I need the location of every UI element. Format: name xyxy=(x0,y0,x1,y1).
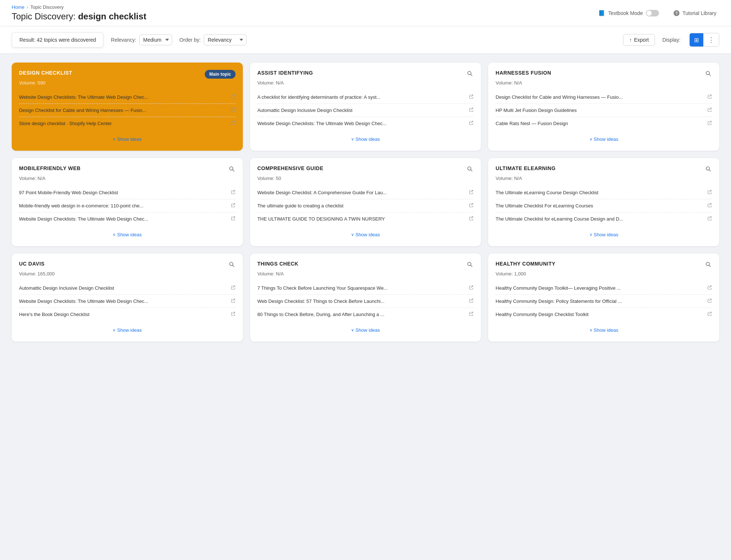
card-item[interactable]: Website Design Checklist: A Comprehensiv… xyxy=(257,186,474,199)
tutorial-library-button[interactable]: ? Tutorial Library xyxy=(671,9,719,18)
card-item[interactable]: 80 Things to Check Before, During, and A… xyxy=(257,308,474,321)
order-label: Order by: xyxy=(180,37,201,43)
card-item-text: Cable Rats Nest — Fusion Design xyxy=(496,121,705,126)
card-item-link-icon[interactable] xyxy=(469,190,474,195)
card-volume-uc-davis: Volume: 165,000 xyxy=(19,271,235,277)
card-item-text: The Ultimate eLearning Course Design Che… xyxy=(496,190,705,195)
card-item[interactable]: The Ultimate eLearning Course Design Che… xyxy=(496,186,712,199)
card-item-link-icon[interactable] xyxy=(231,190,235,195)
card-item-text: 7 Things To Check Before Launching Your … xyxy=(257,285,467,291)
card-item[interactable]: Mobile-friendly web design in e-commerce… xyxy=(19,199,235,213)
card-item[interactable]: 97 Point Mobile-Friendly Web Design Chec… xyxy=(19,186,235,199)
card-item-link-icon[interactable] xyxy=(469,216,474,222)
card-item-link-icon[interactable] xyxy=(708,121,712,126)
card-item[interactable]: 7 Things To Check Before Launching Your … xyxy=(257,282,474,295)
card-item[interactable]: The ultimate guide to creating a checkli… xyxy=(257,199,474,213)
card-item[interactable]: Here's the Book Design Checklist xyxy=(19,308,235,321)
card-search-button-ultimate-elearning[interactable] xyxy=(705,165,712,174)
card-search-button-harnesses-fusion[interactable] xyxy=(705,70,712,79)
card-item-link-icon[interactable] xyxy=(469,285,474,291)
card-item-text: 97 Point Mobile-Friendly Web Design Chec… xyxy=(19,190,228,195)
card-title-things-check: THINGS CHECK xyxy=(257,261,299,267)
card-item-link-icon[interactable] xyxy=(708,190,712,195)
card-items-uc-davis: Automattic Design Inclusive Design Check… xyxy=(19,282,235,321)
card-item[interactable]: Website Design Checklists: The Ultimate … xyxy=(19,213,235,225)
card-item-text: The ultimate guide to creating a checkli… xyxy=(257,203,467,208)
show-ideas-button-healthy-community[interactable]: ∨ Show ideas xyxy=(589,326,618,334)
card-item[interactable]: A checklist for identifying determinants… xyxy=(257,91,474,104)
show-ideas-button-uc-davis[interactable]: ∨ Show ideas xyxy=(113,326,142,334)
show-ideas-button-ultimate-elearning[interactable]: ∨ Show ideas xyxy=(589,230,618,239)
textbook-mode-label: Textbook Mode xyxy=(608,10,643,16)
card-item[interactable]: HP Multi Jet Fusion Design Guidelines xyxy=(496,104,712,117)
card-item-link-icon[interactable] xyxy=(231,108,235,113)
show-ideas-button-comprehensive-guide[interactable]: ∨ Show ideas xyxy=(351,230,380,239)
show-ideas-button-assist-identifying[interactable]: ∨ Show ideas xyxy=(351,135,380,143)
card-search-button-assist-identifying[interactable] xyxy=(466,70,474,79)
card-item[interactable]: Automattic Design Inclusive Design Check… xyxy=(257,104,474,117)
card-item-link-icon[interactable] xyxy=(708,216,712,222)
card-item-link-icon[interactable] xyxy=(708,285,712,291)
card-item-text: Healthy Community Design Checklist Toolk… xyxy=(496,312,705,317)
order-select[interactable]: Relevancy Volume Alphabetical xyxy=(204,34,246,45)
card-item-link-icon[interactable] xyxy=(469,312,474,317)
card-item-link-icon[interactable] xyxy=(469,108,474,113)
card-item-link-icon[interactable] xyxy=(231,298,235,304)
hierarchy-view-button[interactable]: ⋮ xyxy=(704,33,719,46)
show-ideas-button-harnesses-fusion[interactable]: ∨ Show ideas xyxy=(589,135,618,143)
card-item[interactable]: Website Design Checklists: The Ultimate … xyxy=(257,117,474,130)
card-search-button-mobilefriendly-web[interactable] xyxy=(228,165,235,174)
card-item-link-icon[interactable] xyxy=(231,312,235,317)
tutorial-library-label: Tutorial Library xyxy=(682,10,716,16)
card-item-link-icon[interactable] xyxy=(231,121,235,126)
card-item-link-icon[interactable] xyxy=(469,94,474,100)
card-search-button-uc-davis[interactable] xyxy=(228,261,235,270)
card-item[interactable]: Healthy Community Design Checklist Toolk… xyxy=(496,308,712,321)
card-items-healthy-community: Healthy Community Design Toolkit— Levera… xyxy=(496,282,712,321)
textbook-mode-toggle[interactable] xyxy=(646,10,659,16)
show-ideas-button-mobilefriendly-web[interactable]: ∨ Show ideas xyxy=(113,230,142,239)
show-ideas-button-things-check[interactable]: ∨ Show ideas xyxy=(351,326,380,334)
card-item-link-icon[interactable] xyxy=(231,285,235,291)
card-search-button-comprehensive-guide[interactable] xyxy=(466,165,474,174)
card-item[interactable]: Cable Rats Nest — Fusion Design xyxy=(496,117,712,130)
card-search-button-things-check[interactable] xyxy=(466,261,474,270)
card-item[interactable]: Design Checklist for Cable and Wiring Ha… xyxy=(19,104,235,117)
card-item-link-icon[interactable] xyxy=(708,108,712,113)
grid-view-button[interactable]: ⊞ xyxy=(690,33,704,46)
relevancy-select[interactable]: Medium Low High xyxy=(139,34,172,45)
card-item[interactable]: Store design checklist · Shopify Help Ce… xyxy=(19,117,235,130)
card-item-link-icon[interactable] xyxy=(708,94,712,100)
svg-line-15 xyxy=(709,265,711,267)
card-item-link-icon[interactable] xyxy=(469,298,474,304)
card-item[interactable]: Healthy Community Design: Policy Stateme… xyxy=(496,295,712,308)
card-item-link-icon[interactable] xyxy=(469,121,474,126)
card-item[interactable]: Web Design Checklist: 57 Things to Check… xyxy=(257,295,474,308)
result-box: Result: 42 topics were discovered xyxy=(12,32,103,48)
card-item-link-icon[interactable] xyxy=(231,203,235,208)
breadcrumb-home[interactable]: Home xyxy=(12,4,25,10)
chevron-down-icon: ∨ xyxy=(113,328,116,332)
topic-card-ultimate-elearning: ULTIMATE ELEARNINGVolume: N/AThe Ultimat… xyxy=(488,158,719,246)
card-item-link-icon[interactable] xyxy=(231,216,235,222)
card-item[interactable]: THE ULTIMATE GUIDE TO DESIGNING A TWIN N… xyxy=(257,213,474,225)
show-ideas-button-design-checklist[interactable]: ∨ Show ideas xyxy=(113,135,142,143)
chevron-down-icon: ∨ xyxy=(589,232,592,237)
card-item[interactable]: The Ultimate Checklist for eLearning Cou… xyxy=(496,213,712,225)
hierarchy-icon: ⋮ xyxy=(708,36,715,44)
textbook-mode-button[interactable]: 📘 Textbook Mode xyxy=(595,8,662,18)
card-item[interactable]: Website Design Checklists: The Ultimate … xyxy=(19,91,235,104)
card-item-link-icon[interactable] xyxy=(708,298,712,304)
card-item[interactable]: The Ultimate Checklist For eLearning Cou… xyxy=(496,199,712,213)
card-search-button-healthy-community[interactable] xyxy=(705,261,712,270)
card-item-text: Healthy Community Design: Policy Stateme… xyxy=(496,298,705,304)
card-item[interactable]: Automattic Design Inclusive Design Check… xyxy=(19,282,235,295)
card-item-link-icon[interactable] xyxy=(708,312,712,317)
card-item[interactable]: Website Design Checklists: The Ultimate … xyxy=(19,295,235,308)
card-item[interactable]: Healthy Community Design Toolkit— Levera… xyxy=(496,282,712,295)
card-item[interactable]: Design Checklist for Cable and Wiring Ha… xyxy=(496,91,712,104)
card-item-link-icon[interactable] xyxy=(231,94,235,100)
card-item-link-icon[interactable] xyxy=(708,203,712,208)
export-button[interactable]: ↑ Export xyxy=(623,34,655,46)
card-item-link-icon[interactable] xyxy=(469,203,474,208)
